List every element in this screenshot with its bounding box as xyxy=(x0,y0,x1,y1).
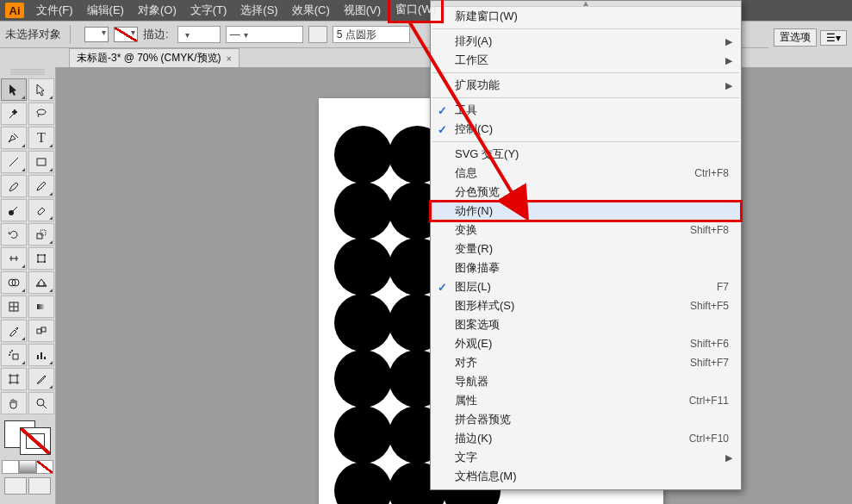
menu-effect[interactable]: 效果(C) xyxy=(285,0,337,21)
align-options-button[interactable]: ☰▾ xyxy=(820,30,847,46)
perspective-grid-tool[interactable] xyxy=(28,271,54,294)
brush-toggle[interactable] xyxy=(308,26,327,43)
svg-rect-15 xyxy=(37,329,41,333)
menu-control[interactable]: ✓控制(C) xyxy=(431,120,741,139)
eraser-tool[interactable] xyxy=(28,199,54,221)
menu-attributes[interactable]: 属性Ctrl+F11 xyxy=(431,391,741,410)
svg-rect-14 xyxy=(37,304,46,309)
svg-rect-22 xyxy=(40,352,42,359)
menu-arrange[interactable]: 排列(A)▶ xyxy=(431,32,741,51)
svg-rect-21 xyxy=(37,355,39,359)
artboard-tool[interactable] xyxy=(1,368,27,390)
paintbrush-tool[interactable] xyxy=(1,175,27,197)
stroke-profile-field[interactable]: —▾ xyxy=(226,26,303,43)
rectangle-tool[interactable] xyxy=(28,151,54,173)
color-mode-none[interactable] xyxy=(36,460,53,474)
svg-point-25 xyxy=(37,399,44,406)
svg-line-1 xyxy=(9,158,18,166)
menu-pattern-options[interactable]: 图案选项 xyxy=(431,315,741,334)
stroke-weight-field[interactable]: ▾ xyxy=(177,26,221,43)
column-graph-tool[interactable] xyxy=(28,344,54,366)
fill-swatch[interactable] xyxy=(84,27,109,42)
shape-builder-tool[interactable] xyxy=(1,271,27,294)
gradient-tool[interactable] xyxy=(28,296,54,318)
svg-line-26 xyxy=(43,405,47,408)
menu-graphic-styles[interactable]: 图形样式(S)Shift+F5 xyxy=(431,296,741,315)
rotate-tool[interactable] xyxy=(1,223,27,246)
svg-point-7 xyxy=(37,254,39,256)
svg-rect-24 xyxy=(10,376,17,383)
hand-tool[interactable] xyxy=(1,392,27,414)
color-mode-solid[interactable] xyxy=(2,460,19,474)
no-selection-label: 未选择对象 xyxy=(5,27,65,42)
document-tab-title: 未标题-3* @ 70% (CMYK/预览) xyxy=(77,51,221,65)
menu-edit[interactable]: 编辑(E) xyxy=(80,0,131,21)
document-tab[interactable]: 未标题-3* @ 70% (CMYK/预览) × xyxy=(69,48,239,67)
menu-select[interactable]: 选择(S) xyxy=(233,0,284,21)
stroke-well[interactable] xyxy=(20,427,51,455)
stroke-label: 描边: xyxy=(143,27,172,42)
blend-tool[interactable] xyxy=(28,320,54,342)
type-tool[interactable]: T xyxy=(28,127,54,149)
pencil-tool[interactable] xyxy=(28,175,54,197)
menu-grip[interactable] xyxy=(431,1,741,7)
svg-rect-17 xyxy=(13,354,18,359)
menu-stroke[interactable]: 描边(K)Ctrl+F10 xyxy=(431,429,741,448)
selection-tool[interactable] xyxy=(1,78,27,101)
svg-point-20 xyxy=(9,354,10,356)
menu-tools[interactable]: ✓工具 xyxy=(431,101,741,120)
menu-align[interactable]: 对齐Shift+F7 xyxy=(431,353,741,372)
app-logo: Ai xyxy=(5,3,24,18)
scale-tool[interactable] xyxy=(28,223,54,246)
svg-point-19 xyxy=(11,350,13,352)
menu-workspace[interactable]: 工作区▶ xyxy=(431,51,741,70)
lasso-tool[interactable] xyxy=(28,103,54,125)
symbol-sprayer-tool[interactable] xyxy=(1,344,27,366)
menu-text[interactable]: 文字▶ xyxy=(431,448,741,467)
change-screen-button[interactable] xyxy=(28,477,51,495)
eyedropper-tool[interactable] xyxy=(1,320,27,342)
screen-mode-button[interactable] xyxy=(4,477,27,495)
mesh-tool[interactable] xyxy=(1,296,27,318)
svg-point-18 xyxy=(9,352,11,353)
pen-tool[interactable] xyxy=(1,127,27,149)
stroke-swatch[interactable] xyxy=(114,27,138,42)
document-tab-close[interactable]: × xyxy=(227,53,232,64)
menu-layers[interactable]: ✓图层(L)F7 xyxy=(431,277,741,296)
menu-flattener-preview[interactable]: 拼合器预览 xyxy=(431,410,741,429)
free-transform-tool[interactable] xyxy=(28,247,54,270)
menu-type[interactable]: 文字(T) xyxy=(183,0,234,21)
fill-stroke-wells[interactable] xyxy=(3,419,53,457)
menu-window[interactable]: 窗口(W) xyxy=(388,0,444,23)
doc-setup-button[interactable]: 置选项 xyxy=(774,28,817,47)
width-tool[interactable] xyxy=(1,247,27,270)
menu-actions[interactable]: 动作(N) xyxy=(431,202,741,221)
svg-rect-6 xyxy=(38,255,45,262)
menu-view[interactable]: 视图(V) xyxy=(337,0,388,21)
magic-wand-tool[interactable] xyxy=(1,103,27,125)
menu-svg-interactivity[interactable]: SVG 交互(Y) xyxy=(431,145,741,164)
menu-new-window[interactable]: 新建窗口(W) xyxy=(431,7,741,26)
zoom-tool[interactable] xyxy=(28,392,54,414)
brush-field[interactable]: 5 点圆形 xyxy=(333,26,410,43)
menu-appearance[interactable]: 外观(E)Shift+F6 xyxy=(431,334,741,353)
svg-point-10 xyxy=(44,261,46,263)
menu-info[interactable]: 信息Ctrl+F8 xyxy=(431,164,741,183)
color-mode-gradient[interactable] xyxy=(19,460,36,474)
slice-tool[interactable] xyxy=(28,368,54,390)
menu-object[interactable]: 对象(O) xyxy=(131,0,183,21)
menu-transform[interactable]: 变换Shift+F8 xyxy=(431,221,741,240)
menu-file[interactable]: 文件(F) xyxy=(29,0,80,21)
menu-variables[interactable]: 变量(R) xyxy=(431,240,741,258)
control-bar-right: 置选项 ☰▾ xyxy=(768,27,852,48)
line-tool[interactable] xyxy=(1,151,27,173)
blob-brush-tool[interactable] xyxy=(1,199,27,221)
menu-navigator[interactable]: 导航器 xyxy=(431,372,741,391)
window-menu: 新建窗口(W) 排列(A)▶ 工作区▶ 扩展功能▶ ✓工具 ✓控制(C) SVG… xyxy=(430,0,742,490)
menu-extensions[interactable]: 扩展功能▶ xyxy=(431,76,741,95)
menu-doc-info[interactable]: 文档信息(M) xyxy=(431,467,741,486)
tools-panel-grip[interactable] xyxy=(10,69,45,76)
menu-image-trace[interactable]: 图像描摹 xyxy=(431,258,741,277)
menu-separations-preview[interactable]: 分色预览 xyxy=(431,183,741,202)
direct-selection-tool[interactable] xyxy=(28,78,54,101)
